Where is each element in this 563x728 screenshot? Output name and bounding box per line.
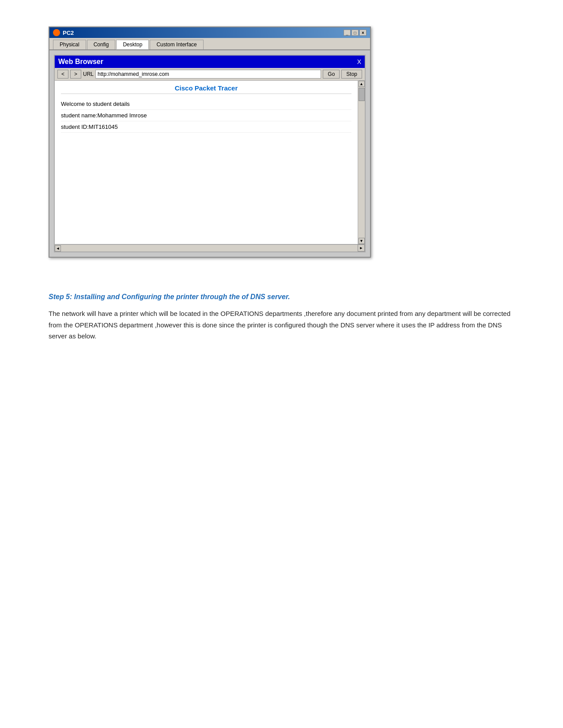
scroll-up-arrow[interactable]: ▲	[359, 81, 365, 87]
tab-config[interactable]: Config	[87, 40, 116, 49]
content-line-3: student ID:MIT161045	[61, 121, 351, 133]
maximize-button[interactable]: □	[351, 30, 359, 36]
horizontal-scrollbar[interactable]: ◄	[55, 244, 358, 251]
pc-titlebar: PC2 _ □ ×	[49, 27, 370, 38]
step-5-heading: Step 5: Installing and Configuring the p…	[49, 293, 514, 301]
document-section: Step 5: Installing and Configuring the p…	[49, 293, 514, 342]
browser-bottom-bar: ◄ ►	[55, 244, 365, 251]
browser-back-button[interactable]: <	[57, 70, 68, 79]
content-line-1: Welcome to student details	[61, 98, 351, 110]
pc2-window: PC2 _ □ × Physical Config Desktop Custom…	[49, 26, 371, 258]
tab-custom-interface[interactable]: Custom Interface	[150, 40, 203, 49]
titlebar-buttons: _ □ ×	[344, 30, 367, 36]
browser-content-area: Cisco Packet Tracer Welcome to student d…	[55, 81, 365, 244]
step-5-body: The network will have a printer which wi…	[49, 308, 514, 342]
browser-title: Web Browser	[58, 58, 103, 66]
browser-titlebar: Web Browser X	[55, 56, 365, 68]
window-title: PC2	[63, 30, 74, 36]
browser-close-button[interactable]: X	[357, 58, 361, 65]
titlebar-left: PC2	[53, 29, 74, 36]
browser-toolbar: < > URL Go Stop	[55, 68, 365, 81]
pc-app-icon	[53, 29, 60, 36]
tab-physical[interactable]: Physical	[53, 40, 86, 49]
web-browser-window: Web Browser X < > URL Go Stop Cisco Pack…	[54, 55, 366, 252]
browser-main-content: Cisco Packet Tracer Welcome to student d…	[55, 81, 358, 244]
minimize-button[interactable]: _	[344, 30, 351, 36]
scroll-left-arrow[interactable]: ◄	[55, 245, 61, 251]
content-line-2: student name:Mohammed Imrose	[61, 110, 351, 121]
url-input[interactable]	[95, 70, 321, 79]
vertical-scrollbar[interactable]: ▲ ▼	[358, 81, 365, 244]
go-button[interactable]: Go	[323, 70, 340, 79]
pc-content-area: Web Browser X < > URL Go Stop Cisco Pack…	[49, 50, 370, 257]
browser-forward-button[interactable]: >	[70, 70, 81, 79]
stop-button[interactable]: Stop	[341, 70, 362, 79]
close-button[interactable]: ×	[359, 30, 367, 36]
browser-page-title: Cisco Packet Tracer	[61, 84, 351, 94]
tab-desktop[interactable]: Desktop	[116, 40, 149, 49]
scroll-right-arrow[interactable]: ►	[358, 244, 365, 251]
scroll-thumb[interactable]	[359, 88, 365, 101]
scroll-down-arrow[interactable]: ▼	[359, 238, 365, 244]
pc-tab-bar: Physical Config Desktop Custom Interface	[49, 38, 370, 50]
url-label: URL	[83, 71, 94, 77]
